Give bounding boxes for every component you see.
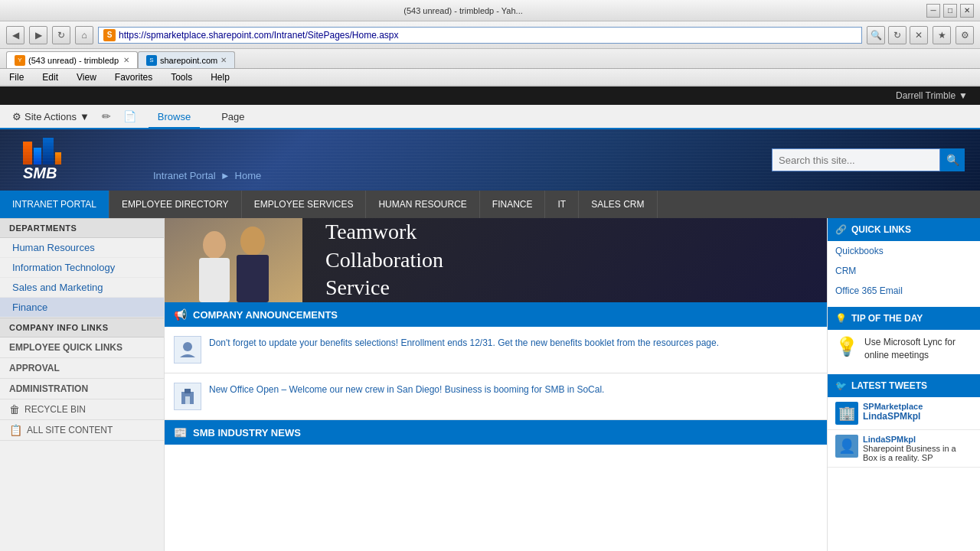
search-input[interactable] [772, 148, 940, 171]
menu-help[interactable]: Help [207, 70, 233, 84]
favorites-star[interactable]: ★ [933, 26, 951, 44]
back-button[interactable]: ◀ [6, 26, 24, 44]
sp-header: SMB Intranet Portal ► Home 🔍 [0, 129, 980, 191]
minimize-button[interactable]: ─ [926, 4, 940, 18]
sidebar-finance[interactable]: Finance [0, 298, 164, 318]
sp-sidebar: DEPARTMENTS Human Resources Information … [0, 218, 165, 551]
user-name: Darrell Trimble [896, 90, 956, 101]
departments-header: DEPARTMENTS [0, 218, 164, 238]
person-icon [178, 341, 197, 359]
svg-rect-7 [185, 389, 191, 393]
employee-quick-links-item[interactable]: EMPLOYEE QUICK LINKS [0, 337, 164, 358]
tip-header: 💡 TIP OF THE DAY [828, 307, 980, 330]
office365-link[interactable]: Office 365 Email [828, 281, 980, 301]
nav-item-sales-crm[interactable]: SALES CRM [579, 191, 657, 218]
nav-item-it[interactable]: IT [545, 191, 579, 218]
tabs-bar: Y (543 unread) - trimbledp - Yah... ✕ S … [0, 49, 980, 69]
nav-item-intranet-portal[interactable]: INTRANET PORTAL [0, 191, 109, 218]
forward-button[interactable]: ▶ [29, 26, 47, 44]
tweet-item-1: 🏢 SPMarketplace LindaSPMkpl [828, 397, 980, 430]
all-site-content-icon: 📋 [9, 424, 22, 436]
tab-close-sp[interactable]: ✕ [220, 56, 227, 64]
hero-title: Teamwork Collaboration Service [325, 218, 443, 302]
menu-tools[interactable]: Tools [168, 70, 195, 84]
tweet-account-1: SPMarketplace [863, 402, 923, 411]
browser-tab-yahoo[interactable]: Y (543 unread) - trimbledp - Yah... ✕ [6, 51, 138, 68]
site-actions-button[interactable]: ⚙ Site Actions ▼ [12, 111, 90, 122]
logo-buildings [23, 138, 61, 165]
favicon: S [103, 29, 116, 41]
tools-icon[interactable]: ⚙ [956, 26, 974, 44]
browse-icon[interactable]: 📄 [123, 110, 136, 122]
ribbon-page[interactable]: Page [212, 106, 253, 129]
company-info-header: COMPANY INFO LINKS [0, 318, 164, 337]
tab-label-yahoo: (543 unread) - trimbledp - Yah... [28, 56, 120, 65]
quick-links-header: 🔗 QUICK LINKS [828, 218, 980, 241]
menu-favorites[interactable]: Favorites [112, 70, 155, 84]
tweet-handle-1: LindaSPMkpl [863, 411, 923, 422]
nav-item-employee-services[interactable]: EMPLOYEE SERVICES [242, 191, 367, 218]
sp-top-bar: Darrell Trimble ▼ [0, 86, 980, 105]
site-actions-label: Site Actions [24, 111, 77, 122]
tab-close-yahoo[interactable]: ✕ [123, 56, 129, 64]
sidebar-sales-marketing[interactable]: Sales and Marketing [0, 278, 164, 298]
tweets-header: 🐦 LATEST TWEETS [828, 374, 980, 397]
announcement-item-1: Don't forget to update your benefits sel… [165, 327, 827, 373]
stop-icon[interactable]: ✕ [910, 26, 928, 44]
search-button[interactable]: 🔍 [940, 148, 965, 171]
hero-svg [165, 218, 302, 302]
sidebar-human-resources[interactable]: Human Resources [0, 238, 164, 258]
sidebar-information-technology[interactable]: Information Technology [0, 258, 164, 278]
browser-tab-sharepoint[interactable]: S sharepoint.com ✕ [138, 51, 235, 68]
nav-item-finance[interactable]: FINANCE [480, 191, 546, 218]
svg-rect-2 [199, 258, 230, 302]
announcement-icon-2 [174, 383, 201, 410]
refresh-icon[interactable]: ↻ [888, 26, 906, 44]
svg-point-1 [203, 231, 226, 259]
menu-view[interactable]: View [74, 70, 100, 84]
tab-favicon-sp: S [146, 55, 157, 66]
search-icon[interactable]: 🔍 [867, 26, 885, 44]
tab-favicon-yahoo: Y [15, 55, 25, 66]
tweet-text-2: Sharepoint Business in a Box is a realit… [863, 444, 972, 462]
browser-chrome: (543 unread) - trimbledp - Yah... ─ □ ✕ … [0, 0, 980, 86]
tip-label: TIP OF THE DAY [851, 313, 923, 324]
recycle-bin-item[interactable]: 🗑 RECYCLE BIN [0, 399, 164, 420]
ribbon-browse[interactable]: Browse [149, 106, 200, 129]
home-button[interactable]: ⌂ [75, 26, 93, 44]
nav-item-human-resource[interactable]: HUMAN RESOURCE [366, 191, 479, 218]
quickbooks-link[interactable]: Quickbooks [828, 241, 980, 261]
menu-edit[interactable]: Edit [39, 70, 61, 84]
tab-label-sp: sharepoint.com [160, 56, 217, 65]
tweets-label: LATEST TWEETS [851, 380, 927, 391]
sp-ribbon: ⚙ Site Actions ▼ ✏ 📄 Browse Page [0, 105, 980, 129]
quick-links-label: QUICK LINKS [851, 224, 911, 235]
nav-icons: 🔍 ↻ ✕ [867, 26, 928, 44]
tweet-content-1: SPMarketplace LindaSPMkpl [863, 402, 923, 422]
restore-button[interactable]: □ [943, 4, 957, 18]
site-actions-icon: ⚙ [12, 111, 21, 122]
title-bar: (543 unread) - trimbledp - Yah... ─ □ ✕ [0, 0, 980, 21]
breadcrumb-separator: ► [220, 170, 230, 181]
close-button[interactable]: ✕ [960, 4, 974, 18]
administration-item[interactable]: ADMINISTRATION [0, 379, 164, 399]
all-site-content-item[interactable]: 📋 ALL SITE CONTENT [0, 420, 164, 441]
tweet-avatar-icon-1: 🏢 [838, 405, 855, 422]
hero-image [165, 218, 302, 302]
industry-news-header: 📰 SMB INDUSTRY NEWS [165, 420, 827, 445]
refresh-button[interactable]: ↻ [52, 26, 70, 44]
tweet-item-2: 👤 LindaSPMkpl Sharepoint Business in a B… [828, 430, 980, 468]
sp-user: Darrell Trimble ▼ [896, 90, 968, 101]
approval-item[interactable]: APPROVAL [0, 358, 164, 379]
user-dropdown-arrow[interactable]: ▼ [959, 90, 968, 101]
menu-file[interactable]: File [6, 70, 27, 84]
building-4 [55, 152, 61, 165]
address-bar[interactable]: S https://spmarketplace.sharepoint.com/I… [98, 27, 862, 44]
crm-link[interactable]: CRM [828, 261, 980, 281]
industry-news-label: SMB INDUSTRY NEWS [193, 427, 301, 439]
edit-icon[interactable]: ✏ [102, 110, 111, 122]
breadcrumb-portal-link[interactable]: Intranet Portal [153, 170, 216, 181]
announcement-text-2: New Office Open – Welcome our new crew i… [209, 383, 604, 396]
nav-item-employee-directory[interactable]: EMPLOYEE DIRECTORY [109, 191, 242, 218]
svg-rect-8 [185, 396, 190, 404]
